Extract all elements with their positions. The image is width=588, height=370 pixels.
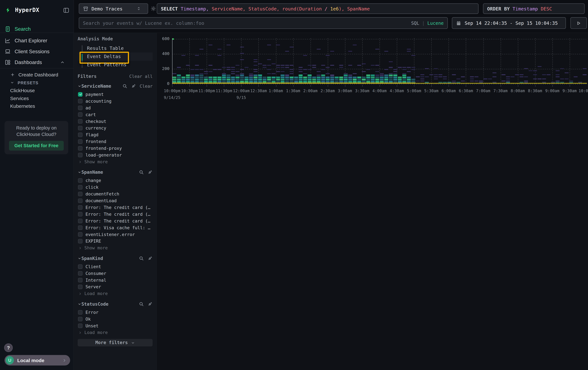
language-toggle-lucene[interactable]: Lucene	[427, 20, 444, 26]
facet-option-frontend-proxy[interactable]: frontend-proxy	[78, 145, 153, 152]
facet-show-more[interactable]: Show more	[78, 245, 153, 251]
facet-search-icon[interactable]	[139, 170, 144, 175]
facet-option-error-the-credit-card[interactable]: Error: The credit card (…	[78, 218, 153, 224]
checkbox[interactable]	[78, 185, 83, 190]
facet-option-load-generator[interactable]: load-generator	[78, 152, 153, 159]
sidebar-item-client-sessions[interactable]: Client Sessions	[0, 46, 74, 57]
facet-option-change[interactable]: change	[78, 177, 153, 184]
gear-icon[interactable]	[150, 6, 156, 11]
checkbox[interactable]	[78, 192, 83, 196]
help-button[interactable]: ?	[4, 343, 13, 352]
checkbox[interactable]	[78, 232, 83, 237]
analysis-mode-event-deltas[interactable]: Event Deltas	[78, 52, 153, 61]
checkbox[interactable]	[78, 239, 83, 243]
checkbox[interactable]	[78, 278, 83, 282]
facet-option-consumer[interactable]: Consumer	[78, 270, 153, 277]
checkbox[interactable]	[78, 323, 83, 328]
sql-token: ),	[339, 6, 347, 11]
run-query-button[interactable]	[570, 17, 587, 29]
get-started-button[interactable]: Get Started for Free	[9, 140, 64, 150]
checkbox[interactable]	[78, 178, 83, 183]
checkbox[interactable]	[78, 317, 83, 321]
order-by-input[interactable]: ORDER BY Timestamp DESC	[483, 3, 585, 14]
checkbox[interactable]	[78, 99, 83, 103]
facet-option-accounting[interactable]: accounting	[78, 98, 153, 105]
facet-option-ad[interactable]: ad	[78, 104, 153, 111]
checkbox[interactable]	[78, 212, 83, 217]
checkbox[interactable]	[78, 153, 83, 157]
duration-heatmap-canvas[interactable]	[172, 38, 587, 87]
checkbox[interactable]	[78, 205, 83, 210]
date-range-picker[interactable]: Sep 14 22:04:35 - Sep 15 10:04:35	[452, 17, 566, 29]
pin-icon[interactable]	[147, 301, 153, 307]
facet-option-frontend[interactable]: frontend	[78, 138, 153, 145]
facet-option-client[interactable]: Client	[78, 263, 153, 270]
checkbox[interactable]	[78, 92, 83, 97]
search-input[interactable]: Search your events w/ Lucene ex. column:…	[79, 17, 448, 29]
facet-option-error[interactable]: Error	[78, 309, 153, 316]
facet-option-currency[interactable]: currency	[78, 125, 153, 131]
facet-header-statuscode[interactable]: StatusCode	[78, 301, 153, 307]
facet-option-eventlistener-error[interactable]: eventListener.error	[78, 231, 153, 238]
facet-option-server[interactable]: Server	[78, 283, 153, 290]
facet-option-cart[interactable]: cart	[78, 111, 153, 118]
analysis-mode-results-table[interactable]: Results Table	[78, 44, 153, 52]
facet-search-icon[interactable]	[122, 83, 128, 89]
checkbox[interactable]	[78, 146, 83, 150]
facet-option-documentfetch[interactable]: documentFetch	[78, 191, 153, 197]
user-mode-button[interactable]: U Local mode	[4, 355, 70, 366]
checkbox[interactable]	[78, 310, 83, 315]
sidebar-item-kubernetes[interactable]: Kubernetes	[0, 102, 74, 110]
checkbox[interactable]	[78, 225, 83, 230]
language-toggle-sql[interactable]: SQL	[411, 20, 420, 26]
pin-icon[interactable]	[131, 83, 136, 89]
facet-option-expire[interactable]: EXPIRE	[78, 238, 153, 245]
checkbox[interactable]	[78, 271, 83, 276]
facet-load-more[interactable]: Load more	[78, 290, 153, 297]
sidebar-item-clickhouse[interactable]: ClickHouse	[0, 87, 74, 94]
facet-clear-link[interactable]: Clear	[140, 83, 153, 89]
sidebar-collapse-icon[interactable]	[63, 7, 69, 13]
facet-option-error-the-credit-card[interactable]: Error: The credit card (…	[78, 204, 153, 211]
facet-option-unset[interactable]: Unset	[78, 322, 153, 329]
facet-option-error-visa-cache-full[interactable]: Error: Visa cache full: …	[78, 224, 153, 231]
facet-option-internal[interactable]: Internal	[78, 277, 153, 283]
checkbox[interactable]	[78, 264, 83, 269]
facet-load-more[interactable]: Load more	[78, 329, 153, 336]
more-filters-button[interactable]: More filters	[78, 339, 153, 347]
checkbox[interactable]	[78, 199, 83, 203]
sql-token: StatusCode	[248, 6, 277, 11]
analysis-mode-event-patterns[interactable]: Event Patterns	[78, 61, 153, 69]
facet-option-ok[interactable]: Ok	[78, 316, 153, 322]
source-select[interactable]: Demo Traces	[79, 3, 148, 14]
checkbox[interactable]	[78, 106, 83, 110]
checkbox[interactable]	[78, 219, 83, 223]
facet-header-spankind[interactable]: SpanKind	[78, 255, 153, 262]
checkbox[interactable]	[78, 119, 83, 124]
sql-query-input[interactable]: SELECT Timestamp, ServiceName, StatusCod…	[157, 3, 479, 14]
pin-icon[interactable]	[147, 170, 153, 175]
sidebar-item-create-dashboard[interactable]: Create Dashboard	[0, 71, 74, 79]
checkbox[interactable]	[78, 132, 83, 137]
checkbox[interactable]	[78, 112, 83, 117]
checkbox[interactable]	[78, 126, 83, 130]
facet-search-icon[interactable]	[139, 301, 144, 307]
facet-show-more[interactable]: Show more	[78, 159, 153, 165]
facet-header-spanname[interactable]: SpanName	[78, 169, 153, 176]
sidebar-item-dashboards[interactable]: Dashboards	[0, 57, 74, 68]
facet-option-payment[interactable]: payment	[78, 91, 153, 98]
clear-all-link[interactable]: Clear all	[129, 74, 153, 79]
facet-option-error-the-credit-card[interactable]: Error: The credit card (…	[78, 211, 153, 218]
facet-header-servicename[interactable]: ServiceNameClear	[78, 83, 153, 90]
checkbox[interactable]	[78, 139, 83, 144]
facet-option-checkout[interactable]: checkout	[78, 118, 153, 125]
facet-option-click[interactable]: click	[78, 184, 153, 191]
sidebar-item-chart-explorer[interactable]: Chart Explorer	[0, 35, 74, 46]
sidebar-group-presets[interactable]: PRESETS	[0, 79, 74, 87]
pin-icon[interactable]	[147, 256, 153, 261]
facet-option-flagd[interactable]: flagd	[78, 131, 153, 138]
sidebar-item-services[interactable]: Services	[0, 94, 74, 102]
facet-search-icon[interactable]	[139, 256, 144, 261]
facet-option-documentload[interactable]: documentLoad	[78, 197, 153, 204]
checkbox[interactable]	[78, 285, 83, 289]
